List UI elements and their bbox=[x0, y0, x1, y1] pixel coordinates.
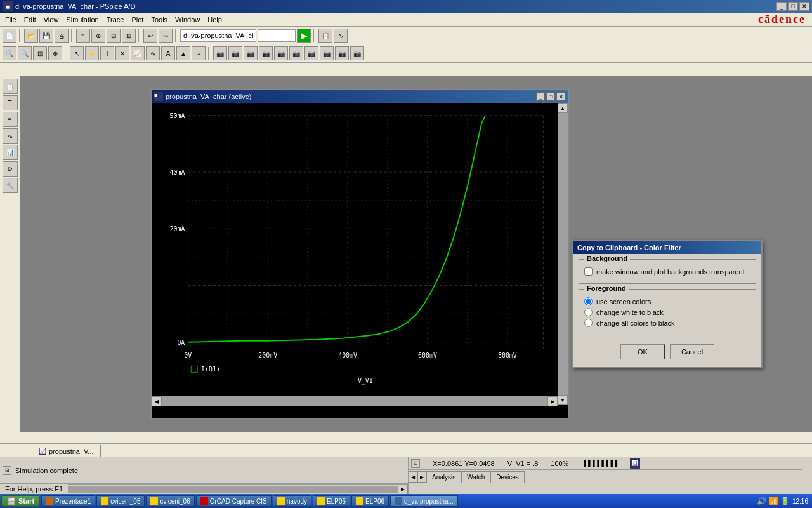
probe-btn[interactable]: ⚡ bbox=[85, 46, 99, 60]
cam9-btn[interactable]: 📷 bbox=[335, 46, 349, 60]
change-white-option: change white to black bbox=[584, 308, 750, 316]
cam10-btn[interactable]: 📷 bbox=[350, 46, 364, 60]
cam5-btn[interactable]: 📷 bbox=[274, 46, 288, 60]
scroll-down-arrow[interactable]: ▼ bbox=[558, 395, 568, 405]
fft-btn[interactable]: ∿ bbox=[146, 46, 160, 60]
chart-btn[interactable]: 📈 bbox=[131, 46, 145, 60]
menu-file[interactable]: File bbox=[1, 15, 20, 25]
tb-wave-btn[interactable]: ∿ bbox=[334, 29, 348, 43]
scroll-up-arrow[interactable]: ▲ bbox=[558, 103, 568, 113]
sidebar-btn-4[interactable]: ∿ bbox=[3, 128, 18, 144]
menu-view[interactable]: View bbox=[40, 15, 63, 25]
watch-tab[interactable]: Watch bbox=[461, 471, 490, 483]
open-button[interactable]: 📂 bbox=[24, 29, 38, 43]
sidebar-btn-2[interactable]: T bbox=[3, 95, 18, 110]
new-button[interactable]: 📄 bbox=[3, 29, 16, 43]
devices-tab[interactable]: Devices bbox=[490, 471, 525, 483]
text-btn[interactable]: A bbox=[161, 46, 175, 60]
cam2-btn[interactable]: 📷 bbox=[228, 46, 242, 60]
plot-tab-icon: 📈 bbox=[39, 448, 46, 455]
mark-btn[interactable]: ✕ bbox=[115, 46, 129, 60]
maximize-button[interactable]: □ bbox=[788, 2, 798, 11]
status-scroll-right[interactable]: ▶ bbox=[398, 485, 408, 495]
status-resize-btn3[interactable]: ⊡ bbox=[411, 459, 420, 468]
status-scrollbar-v[interactable] bbox=[802, 457, 812, 494]
menu-simulation[interactable]: Simulation bbox=[62, 15, 102, 25]
dialog-body: Background make window and plot backgrou… bbox=[573, 254, 761, 367]
change-all-radio[interactable] bbox=[584, 319, 593, 327]
cancel-button[interactable]: Cancel bbox=[670, 344, 714, 359]
menu-plot[interactable]: Plot bbox=[128, 15, 147, 25]
run-button[interactable]: ▶ bbox=[297, 29, 311, 43]
meas-btn[interactable]: ▲ bbox=[176, 46, 190, 60]
save-button[interactable]: 💾 bbox=[39, 29, 53, 43]
taskbar-btn-5[interactable]: ELP05 bbox=[313, 495, 350, 507]
toolbar2-sep1 bbox=[65, 47, 67, 60]
analysis-tab[interactable]: Analysis bbox=[426, 471, 461, 483]
tb-btn4[interactable]: ⊞ bbox=[122, 29, 136, 43]
plot-close-button[interactable]: ✕ bbox=[556, 92, 565, 101]
tb-btn1[interactable]: ≡ bbox=[76, 29, 90, 43]
nav-right-btn[interactable]: ▶ bbox=[417, 471, 426, 483]
transparent-bg-checkbox[interactable] bbox=[584, 267, 593, 276]
coords-display: X=0.0861 Y=0.0498 bbox=[433, 460, 495, 467]
taskbar-btn-3[interactable]: OrCAD Capture CIS bbox=[196, 495, 272, 507]
menu-help[interactable]: Help bbox=[204, 15, 226, 25]
plot-scrollbar-vertical[interactable]: ▲ ▼ bbox=[558, 103, 568, 405]
taskbar-btn-6[interactable]: ELP06 bbox=[351, 495, 389, 507]
tb-profile-btn[interactable]: 📋 bbox=[318, 29, 332, 43]
zoom-in-button[interactable]: 🔍 bbox=[3, 46, 16, 60]
nav-left-btn[interactable]: ◀ bbox=[409, 471, 417, 483]
taskbar-btn-7[interactable]: d_va-propustna... bbox=[390, 495, 458, 507]
sidebar-btn-3[interactable]: ≡ bbox=[3, 112, 18, 127]
use-screen-radio[interactable] bbox=[584, 297, 593, 305]
simulation-profile-input[interactable] bbox=[258, 29, 296, 42]
scroll-right-arrow[interactable]: ▶ bbox=[547, 396, 558, 406]
arrow-btn[interactable]: → bbox=[192, 46, 206, 60]
redo-button[interactable]: ↪ bbox=[159, 29, 173, 43]
tb-btn2[interactable]: ⊕ bbox=[91, 29, 105, 43]
menu-trace[interactable]: Trace bbox=[103, 15, 128, 25]
zoom-area-button[interactable]: ⊕ bbox=[48, 46, 62, 60]
sidebar-btn-1[interactable]: 📋 bbox=[3, 79, 18, 94]
plot-scrollbar-horizontal[interactable]: ◀ ▶ bbox=[152, 396, 558, 406]
taskbar-btn-0[interactable]: Prezentace1 bbox=[41, 495, 95, 507]
cam6-btn[interactable]: 📷 bbox=[289, 46, 303, 60]
cam3-btn[interactable]: 📷 bbox=[244, 46, 258, 60]
label-btn[interactable]: T bbox=[100, 46, 114, 60]
tb-btn3[interactable]: ⊟ bbox=[107, 29, 121, 43]
close-button[interactable]: ✕ bbox=[799, 2, 809, 11]
cam7-btn[interactable]: 📷 bbox=[304, 46, 318, 60]
task-label-6: ELP06 bbox=[365, 498, 384, 505]
svg-text:0V: 0V bbox=[184, 352, 192, 359]
menu-tools[interactable]: Tools bbox=[147, 15, 171, 25]
taskbar-right: 🔊 📶 🔋 12:16 bbox=[757, 497, 811, 505]
taskbar-btn-1[interactable]: cviceni_05 bbox=[96, 495, 145, 507]
cam4-btn[interactable]: 📷 bbox=[259, 46, 273, 60]
start-button[interactable]: 🪟 Start bbox=[1, 495, 40, 507]
plot-minimize-button[interactable]: _ bbox=[536, 92, 545, 101]
cam1-btn[interactable]: 📷 bbox=[213, 46, 227, 60]
cursor-btn[interactable]: ↖ bbox=[70, 46, 84, 60]
sidebar-btn-6[interactable]: ⚙ bbox=[3, 161, 18, 177]
status-resize-btn[interactable]: ⊡ bbox=[3, 466, 11, 475]
change-white-radio[interactable] bbox=[584, 308, 593, 316]
zoom-fit-button[interactable]: ⊡ bbox=[33, 46, 47, 60]
plot-tab-propustna[interactable]: 📈 propustna_V... bbox=[32, 444, 101, 457]
menu-window[interactable]: Window bbox=[171, 15, 204, 25]
plot-maximize-button[interactable]: □ bbox=[546, 92, 555, 101]
undo-button[interactable]: ↩ bbox=[143, 29, 157, 43]
zoom-out-button[interactable]: 🔍 bbox=[18, 46, 32, 60]
indicator-icon: 📊 bbox=[630, 458, 640, 469]
taskbar-btn-4[interactable]: navody bbox=[273, 495, 311, 507]
sidebar-btn-5[interactable]: 📊 bbox=[3, 145, 18, 160]
simulation-name-input[interactable] bbox=[180, 29, 256, 42]
print-button[interactable]: 🖨 bbox=[55, 29, 69, 43]
scroll-left-arrow[interactable]: ◀ bbox=[152, 396, 162, 406]
ok-button[interactable]: OK bbox=[620, 344, 665, 359]
sidebar-btn-7[interactable]: 🔧 bbox=[3, 178, 18, 193]
minimize-button[interactable]: _ bbox=[776, 2, 787, 11]
taskbar-btn-2[interactable]: cviceni_06 bbox=[146, 495, 194, 507]
menu-edit[interactable]: Edit bbox=[20, 15, 40, 25]
cam8-btn[interactable]: 📷 bbox=[320, 46, 334, 60]
